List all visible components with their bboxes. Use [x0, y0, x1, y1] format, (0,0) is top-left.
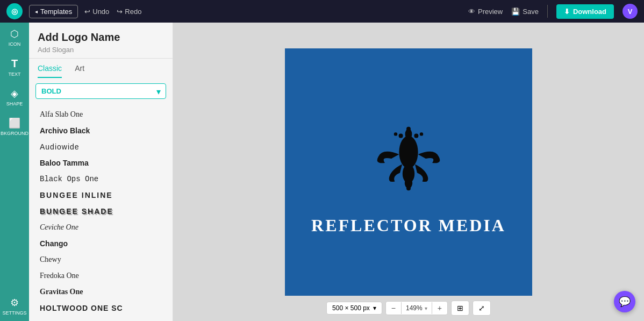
- app-logo-symbol: ◎: [11, 7, 18, 16]
- list-item[interactable]: HOLTWOOD ONE SC: [29, 300, 173, 316]
- fullscreen-button[interactable]: ⤢: [473, 301, 491, 316]
- list-item[interactable]: Gravitas One: [29, 284, 173, 300]
- redo-label: Redo: [125, 8, 141, 16]
- design-canvas[interactable]: REFLECTOR MEDIA: [285, 48, 532, 296]
- sidebar-item-settings[interactable]: ⚙ SETTINGS: [0, 291, 29, 321]
- canvas-size-selector[interactable]: 500 × 500 px ▾: [326, 302, 382, 315]
- preview-button[interactable]: 👁 Preview: [468, 8, 503, 16]
- svg-point-5: [414, 134, 418, 138]
- separator: [547, 5, 548, 18]
- list-item[interactable]: Archivo Black: [29, 123, 173, 139]
- sidebar-item-icon-label: ICON: [9, 41, 21, 47]
- grid-button[interactable]: ⊞: [451, 301, 469, 316]
- list-item[interactable]: Knewave: [29, 316, 173, 321]
- sidebar-item-settings-label: SETTINGS: [2, 310, 26, 316]
- topbar: ◎ ◂ Templates ↩ Undo ↪ Redo 👁 Preview 💾 …: [0, 0, 644, 23]
- canvas-toolbar: 500 × 500 px ▾ − 149% ▾ + ⊞ ⤢: [326, 301, 491, 316]
- templates-label: Templates: [40, 8, 72, 16]
- filter-select[interactable]: BOLD LIGHT REGULAR ITALIC: [35, 83, 166, 99]
- avatar-initial: V: [628, 8, 633, 16]
- redo-button[interactable]: ↪ Redo: [117, 8, 141, 16]
- templates-button[interactable]: ◂ Templates: [29, 5, 78, 18]
- zoom-dropdown-icon: ▾: [425, 305, 427, 311]
- text-icon: T: [11, 58, 18, 70]
- redo-icon: ↪: [117, 8, 123, 16]
- undo-button[interactable]: ↩ Undo: [84, 8, 109, 16]
- download-button[interactable]: ⬇ Download: [556, 4, 614, 19]
- zoom-group: − 149% ▾ +: [385, 301, 448, 315]
- undo-icon: ↩: [84, 8, 90, 16]
- save-icon: 💾: [511, 8, 520, 16]
- font-panel: Add Logo Name Add Slogan Classic Art BOL…: [29, 23, 173, 321]
- filter-wrapper: BOLD LIGHT REGULAR ITALIC: [35, 83, 166, 99]
- tab-art[interactable]: Art: [75, 64, 84, 78]
- canvas-size-chevron: ▾: [373, 304, 376, 312]
- font-list: Alfa Slab One Archivo Black Audiowide Ba…: [29, 104, 173, 321]
- sidebar-item-text-label: TEXT: [8, 72, 20, 77]
- background-icon: ⬜: [9, 117, 20, 129]
- app-logo[interactable]: ◎: [6, 3, 23, 19]
- avatar[interactable]: V: [622, 4, 638, 19]
- svg-point-2: [406, 127, 411, 131]
- download-icon: ⬇: [564, 8, 570, 16]
- list-item[interactable]: Baloo Tamma: [29, 155, 173, 171]
- list-item[interactable]: Black Ops One: [29, 171, 173, 187]
- zoom-in-button[interactable]: +: [432, 302, 447, 315]
- sidebar-item-shape-label: SHAPE: [6, 101, 23, 106]
- logo-icon-svg: [366, 108, 452, 205]
- sidebar-item-text[interactable]: T TEXT: [0, 52, 29, 82]
- chat-bubble[interactable]: 💬: [614, 291, 635, 312]
- list-item[interactable]: Chango: [29, 236, 173, 252]
- zoom-level: 149%: [406, 304, 423, 312]
- save-button[interactable]: 💾 Save: [511, 8, 539, 16]
- zoom-out-button[interactable]: −: [386, 302, 401, 315]
- svg-point-6: [420, 132, 423, 135]
- back-chevron-icon: ◂: [35, 9, 38, 15]
- tab-classic[interactable]: Classic: [38, 64, 62, 78]
- canvas-size-label: 500 × 500 px: [332, 304, 370, 312]
- logo-slogan[interactable]: Add Slogan: [38, 46, 164, 54]
- shape-icon: ◈: [11, 88, 18, 99]
- zoom-display: 149% ▾: [401, 302, 432, 314]
- list-item[interactable]: Chewy: [29, 252, 173, 268]
- canvas-wrapper: REFLECTOR MEDIA: [285, 48, 532, 296]
- undo-redo-group: ↩ Undo ↪ Redo: [84, 8, 141, 16]
- svg-point-3: [399, 134, 403, 138]
- tabs-row: Classic Art: [29, 59, 173, 78]
- icon-icon: ⬡: [10, 28, 19, 40]
- canvas-logo-text[interactable]: REFLECTOR MEDIA: [311, 216, 506, 236]
- preview-label: Preview: [478, 8, 503, 16]
- list-item[interactable]: BUNGEE INLINE: [29, 187, 173, 203]
- save-label: Save: [523, 8, 539, 16]
- list-item[interactable]: Ceviche One: [29, 219, 173, 236]
- sidebar-item-icon[interactable]: ⬡ ICON: [0, 23, 29, 52]
- list-item[interactable]: BUNGEE SHADE: [29, 203, 173, 219]
- sidebar-item-background[interactable]: ⬜ BKGROUND: [0, 112, 29, 141]
- icon-sidebar: ⬡ ICON T TEXT ◈ SHAPE ⬜ BKGROUND ⚙ SETTI…: [0, 23, 29, 321]
- svg-point-4: [394, 132, 397, 135]
- eye-icon: 👁: [468, 8, 475, 16]
- logo-title-area: Add Logo Name Add Slogan: [29, 23, 173, 59]
- list-item[interactable]: Alfa Slab One: [29, 106, 173, 123]
- list-item[interactable]: Fredoka One: [29, 268, 173, 284]
- sidebar-item-shape[interactable]: ◈ SHAPE: [0, 82, 29, 112]
- sidebar-item-background-label: BKGROUND: [1, 131, 28, 136]
- logo-title[interactable]: Add Logo Name: [38, 31, 164, 44]
- download-label: Download: [573, 8, 606, 16]
- svg-point-9: [406, 186, 411, 190]
- list-item[interactable]: Audiowide: [29, 139, 173, 155]
- settings-icon: ⚙: [10, 297, 19, 309]
- undo-label: Undo: [92, 8, 109, 16]
- chat-icon: 💬: [619, 296, 631, 308]
- filter-row: BOLD LIGHT REGULAR ITALIC: [29, 78, 173, 104]
- canvas-area: REFLECTOR MEDIA 500 × 500 px ▾ − 149% ▾ …: [173, 23, 644, 321]
- svg-point-0: [399, 136, 418, 169]
- main-content: ⬡ ICON T TEXT ◈ SHAPE ⬜ BKGROUND ⚙ SETTI…: [0, 23, 644, 321]
- topbar-right: 👁 Preview 💾 Save ⬇ Download V: [468, 4, 638, 19]
